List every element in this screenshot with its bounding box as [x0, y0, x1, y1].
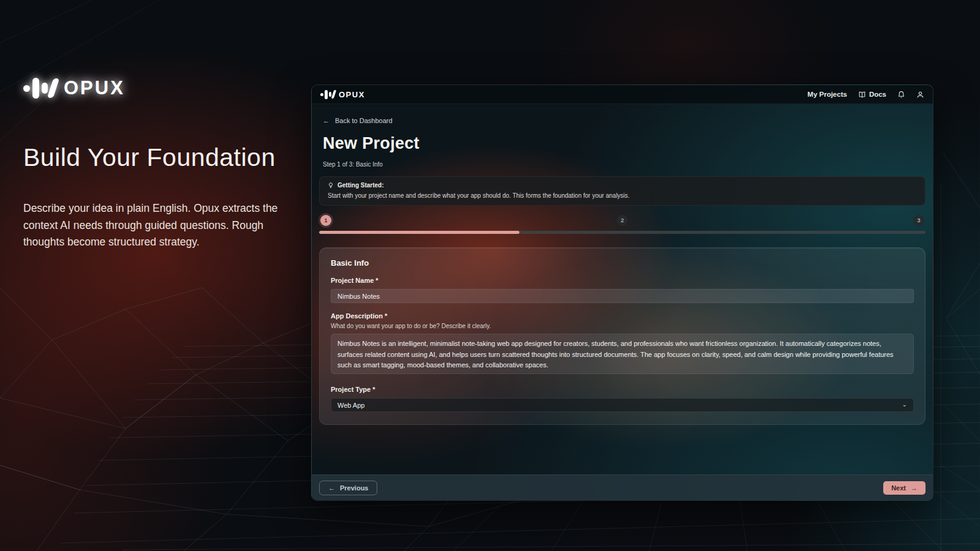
hero-title: Build Your Foundation [23, 143, 293, 172]
card-title: Basic Info [331, 258, 914, 268]
wizard-steps: 1 2 3 [319, 215, 925, 226]
app-window: OPUX My Projects Docs ← Back to Dashboar… [311, 84, 933, 501]
book-icon [858, 91, 866, 99]
nav-docs[interactable]: Docs [858, 91, 886, 99]
brand-logo: OPUX [23, 77, 293, 99]
brand-name: OPUX [64, 77, 125, 99]
getting-started-callout: Getting Started: Start with your project… [319, 176, 925, 206]
back-arrow-icon: ← [323, 117, 330, 124]
nav-my-projects[interactable]: My Projects [807, 91, 847, 98]
app-description-textarea[interactable]: Nimbus Notes is an intelligent, minimali… [331, 334, 914, 374]
project-type-select[interactable]: Web App ⌄ [331, 398, 914, 412]
nav-docs-label: Docs [869, 91, 886, 98]
step-indicator-label: Step 1 of 3: Basic Info [319, 161, 925, 168]
step-badge-1[interactable]: 1 [320, 215, 331, 226]
header-nav: My Projects Docs [807, 91, 924, 99]
step-badge-2[interactable]: 2 [617, 215, 628, 226]
next-arrow-icon: → [911, 484, 918, 492]
previous-button-label: Previous [340, 484, 368, 492]
step-badge-3[interactable]: 3 [913, 215, 924, 226]
app-logo-text: OPUX [339, 90, 365, 99]
hero-panel: OPUX Build Your Foundation Describe your… [23, 77, 293, 251]
opux-logo-icon [23, 78, 56, 99]
tip-title: Getting Started: [337, 182, 384, 189]
prev-arrow-icon: ← [328, 484, 335, 492]
tip-body: Start with your project name and describ… [328, 192, 917, 199]
back-to-dashboard-link[interactable]: ← Back to Dashboard [319, 117, 925, 124]
project-name-label: Project Name * [331, 277, 914, 284]
app-description-label: App Description * [331, 312, 914, 320]
back-link-label: Back to Dashboard [335, 117, 393, 124]
progress-bar-fill [319, 231, 519, 234]
hero-description: Describe your idea in plain English. Opu… [23, 200, 293, 251]
next-button-label: Next [891, 484, 906, 492]
app-logo[interactable]: OPUX [320, 90, 365, 99]
app-header: OPUX My Projects Docs [312, 85, 933, 104]
next-button[interactable]: Next → [883, 481, 925, 495]
page: { "brand": { "name": "OPUX" }, "hero": {… [0, 0, 980, 551]
chevron-down-icon: ⌄ [902, 401, 907, 408]
wizard-footer: ← Previous Next → [312, 474, 933, 500]
lightbulb-icon [328, 182, 334, 189]
basic-info-card: Basic Info Project Name * App Descriptio… [319, 247, 925, 425]
project-type-value: Web App [337, 402, 364, 409]
project-type-label: Project Type * [331, 386, 914, 393]
project-name-input[interactable] [331, 289, 914, 303]
opux-logo-icon [320, 90, 335, 99]
notification-bell-icon[interactable] [897, 91, 905, 99]
page-title: New Project [319, 134, 925, 153]
user-profile-icon[interactable] [916, 91, 924, 99]
previous-button[interactable]: ← Previous [319, 481, 377, 495]
progress-bar-track [319, 231, 925, 234]
app-description-helper: What do you want your app to do or be? D… [331, 323, 914, 329]
main-content: ← Back to Dashboard New Project Step 1 o… [312, 117, 933, 425]
